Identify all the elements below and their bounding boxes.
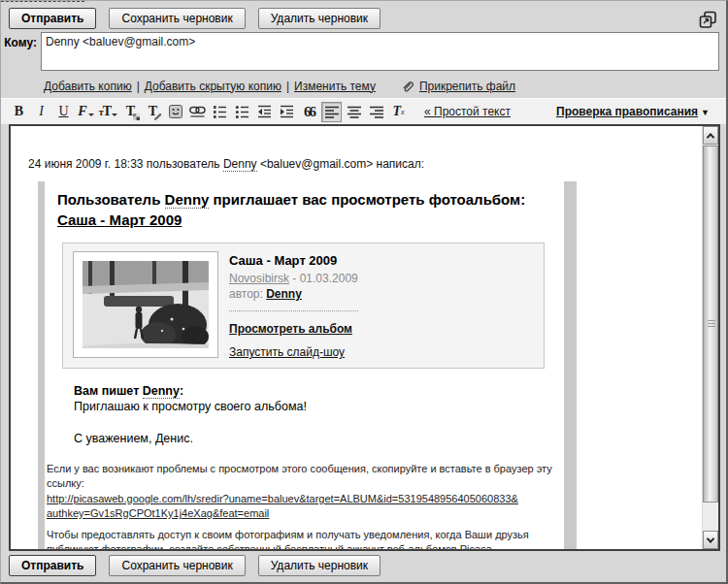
edit-subject-link[interactable]: Изменить тему — [294, 80, 376, 93]
remove-formatting-icon[interactable]: Tx — [388, 102, 409, 122]
author-link[interactable]: Denny — [266, 287, 302, 301]
quote-glyph: 66 — [304, 104, 314, 120]
plain-text-link[interactable]: « Простой текст — [424, 105, 511, 118]
font-family-icon[interactable]: F — [76, 102, 96, 122]
scroll-down-button[interactable] — [703, 531, 718, 549]
outdent-icon[interactable] — [254, 102, 275, 122]
text-color-icon[interactable]: T — [120, 102, 141, 122]
formatting-toolbar: B I U F тT T T — [1, 98, 728, 124]
highlight-color-icon[interactable]: T — [143, 102, 163, 122]
scroll-up-button[interactable] — [703, 126, 718, 145]
scrollbar-thumb[interactable] — [703, 146, 718, 503]
gmail-compose-window: Отправить Сохранить черновик Удалить чер… — [0, 0, 728, 584]
insert-link-icon[interactable] — [187, 102, 208, 122]
problem-text: Если у вас возникают проблемы с просмотр… — [47, 462, 565, 491]
paperclip-icon — [401, 79, 415, 93]
start-slideshow-link[interactable]: Запустить слайд-шоу — [229, 344, 345, 360]
editor-content[interactable]: 24 июня 2009 г. 18:33 пользователь Denny… — [11, 126, 702, 549]
message-body-editor[interactable]: 24 июня 2009 г. 18:33 пользователь Denny… — [9, 124, 720, 551]
color-grid — [133, 114, 140, 120]
separator: | — [137, 80, 140, 93]
underline-icon[interactable]: U — [53, 102, 74, 122]
album-author: автор: Denny — [229, 286, 358, 302]
quoted-email: Пользователь Denny приглашает вас просмо… — [38, 181, 577, 549]
bold-glyph: B — [15, 104, 23, 119]
align-right-icon[interactable] — [366, 102, 386, 122]
bottom-button-bar: Отправить Сохранить черновик Удалить чер… — [9, 555, 381, 576]
add-cc-link[interactable]: Добавить копию — [44, 80, 132, 93]
italic-icon[interactable]: I — [31, 102, 51, 122]
invite-heading: Пользователь Denny приглашает вас просмо… — [57, 189, 564, 230]
align-center-icon[interactable] — [344, 102, 364, 122]
discard-draft-button[interactable]: Удалить черновик — [258, 8, 381, 29]
author-label: автор: — [229, 287, 266, 301]
numbered-list-icon[interactable] — [210, 102, 230, 122]
dropdown-caret — [88, 114, 94, 116]
discard-draft-button-bottom[interactable]: Удалить черновик — [258, 555, 381, 576]
separator: | — [286, 80, 289, 93]
email-footer: Если у вас возникают проблемы с просмотр… — [47, 462, 565, 549]
attach-file-button[interactable]: Прикрепить файл — [401, 79, 515, 93]
spell-check-caret-icon: ▼ — [701, 108, 710, 117]
album-title: Саша - Март 2009 — [229, 253, 358, 269]
top-button-bar: Отправить Сохранить черновик Удалить чер… — [9, 8, 381, 29]
to-row: Кому: Denny <baluev@gmail.com> — [1, 32, 719, 71]
view-album-link[interactable]: Просмотреть альбом — [229, 321, 352, 337]
album-thumbnail[interactable] — [73, 251, 218, 358]
quote-attribution: 24 июня 2009 г. 18:33 пользователь Denny… — [28, 157, 702, 171]
spell-check-menu[interactable]: Проверка правописания▼ — [556, 105, 710, 118]
indent-icon[interactable] — [277, 102, 297, 122]
blockquote-icon[interactable]: 66 — [299, 102, 319, 122]
location-link[interactable]: Novosibirsk — [229, 272, 289, 285]
from-colon: : — [180, 384, 183, 398]
send-button[interactable]: Отправить — [9, 8, 96, 29]
italic-glyph: I — [39, 104, 44, 119]
url-line-2: authkey=Gv1sRgCPOt1Ky1j4eXag&feat=email — [47, 507, 269, 519]
open-in-new-window-icon[interactable] — [699, 11, 717, 29]
fallback-url: http://picasaweb.google.com/lh/sredir?un… — [47, 492, 565, 521]
font-size-icon[interactable]: тT — [98, 102, 118, 122]
emoticon-icon[interactable] — [165, 102, 185, 122]
from-name: Denny — [143, 384, 180, 399]
album-card: Саша - Март 2009 Novosibirsk - 01.03.200… — [62, 243, 545, 369]
from-pre: Вам пишет — [74, 384, 143, 398]
chevron-down-icon — [707, 535, 714, 542]
message-from-line: Вам пишет Denny: — [74, 383, 564, 399]
bold-icon[interactable]: B — [9, 102, 29, 122]
album-title-link[interactable]: Саша - Март 2009 — [57, 211, 182, 228]
heading-pre: Пользователь — [57, 191, 165, 208]
url-line-1: http://picasaweb.google.com/lh/sredir?un… — [47, 493, 518, 504]
add-bcc-link[interactable]: Добавить скрытую копию — [145, 80, 281, 93]
save-draft-button-bottom[interactable]: Сохранить черновик — [109, 555, 245, 576]
highlighter-pen — [153, 112, 162, 120]
heading-username: Denny — [165, 191, 210, 209]
photo-winter-scene — [83, 261, 209, 348]
picasa-url-link[interactable]: http://picasaweb.google.com/lh/sredir?un… — [47, 493, 518, 519]
save-draft-button[interactable]: Сохранить черновик — [109, 8, 245, 29]
attribution-post: <baluev@gmail.com> написал: — [257, 157, 424, 171]
chevron-up-icon — [707, 133, 714, 141]
album-location-date: Novosibirsk - 01.03.2009 — [229, 271, 358, 286]
editor-scrollbar[interactable] — [702, 126, 718, 549]
personal-message: Вам пишет Denny: Приглашаю к просмотру с… — [74, 383, 564, 446]
message-signature: С уважением, Денис. — [74, 431, 564, 446]
album-info: Саша - Март 2009 Novosibirsk - 01.03.200… — [229, 251, 358, 360]
dropdown-caret — [112, 114, 117, 116]
remove-format-T-glyph: T — [392, 104, 401, 119]
account-post: . — [492, 543, 495, 549]
spell-check-label: Проверка правописания — [556, 105, 698, 118]
send-button-bottom[interactable]: Отправить — [9, 555, 96, 576]
create-account-link[interactable]: создайте собственный бесплатный аккаунт … — [169, 543, 492, 549]
bullet-list-icon[interactable] — [232, 102, 252, 122]
dotted-separator — [229, 310, 358, 311]
attribution-name: Denny — [223, 157, 257, 172]
attach-file-label: Прикрепить файл — [419, 80, 515, 93]
account-text: Чтобы предоставлять доступ к своим фотог… — [47, 528, 565, 549]
album-date: - 01.03.2009 — [289, 272, 358, 285]
size-big-glyph: T — [103, 104, 111, 118]
attribution-pre: 24 июня 2009 г. 18:33 пользователь — [28, 157, 223, 171]
compose-options-row: Добавить копию | Добавить скрытую копию … — [44, 79, 515, 93]
to-input[interactable]: Denny <baluev@gmail.com> — [41, 32, 719, 71]
thumb-grip — [708, 320, 715, 328]
align-left-icon[interactable] — [321, 102, 342, 122]
